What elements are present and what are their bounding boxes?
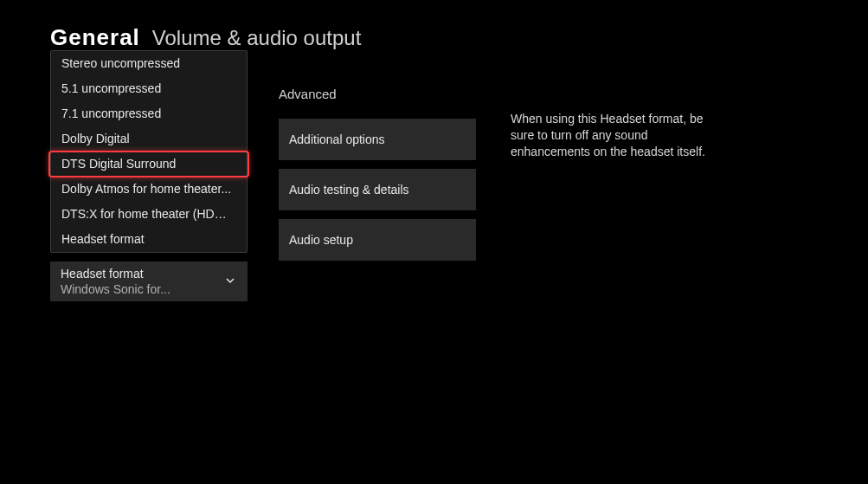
audio-setup-button[interactable]: Audio setup <box>279 219 476 261</box>
dropdown-option-7-1-uncompressed[interactable]: 7.1 uncompressed <box>51 101 247 126</box>
headset-format-label: Headset format <box>61 267 216 281</box>
headset-format-value: Windows Sonic for... <box>61 282 216 296</box>
dropdown-option-dolby-digital[interactable]: Dolby Digital <box>51 126 247 152</box>
dropdown-option-headset-format[interactable]: Headset format <box>51 227 247 252</box>
help-column: When using this Headset format, be sure … <box>511 111 705 160</box>
advanced-column: Advanced Additional options Audio testin… <box>279 87 476 269</box>
left-column: Stereo uncompressed 5.1 uncompressed 7.1… <box>50 50 248 301</box>
audio-format-dropdown-list: Stereo uncompressed 5.1 uncompressed 7.1… <box>50 50 248 253</box>
dropdown-option-dts-digital-surround[interactable]: DTS Digital Surround <box>48 151 249 177</box>
audio-testing-details-button[interactable]: Audio testing & details <box>279 169 476 210</box>
advanced-section-title: Advanced <box>279 87 476 101</box>
page-title: Volume & audio output <box>152 26 362 50</box>
dropdown-option-5-1-uncompressed[interactable]: 5.1 uncompressed <box>51 76 247 101</box>
chevron-down-icon <box>225 274 235 289</box>
dropdown-option-dolby-atmos-home-theater[interactable]: Dolby Atmos for home theater... <box>51 177 247 202</box>
help-text: When using this Headset format, be sure … <box>511 111 705 160</box>
breadcrumb-section: General <box>50 24 140 51</box>
page-header: General Volume & audio output <box>0 0 868 51</box>
dropdown-option-stereo-uncompressed[interactable]: Stereo uncompressed <box>51 51 247 76</box>
headset-format-select[interactable]: Headset format Windows Sonic for... <box>50 261 248 301</box>
additional-options-button[interactable]: Additional options <box>279 119 476 160</box>
dropdown-option-dtsx-home-theater[interactable]: DTS:X for home theater (HDMI... <box>51 202 247 227</box>
